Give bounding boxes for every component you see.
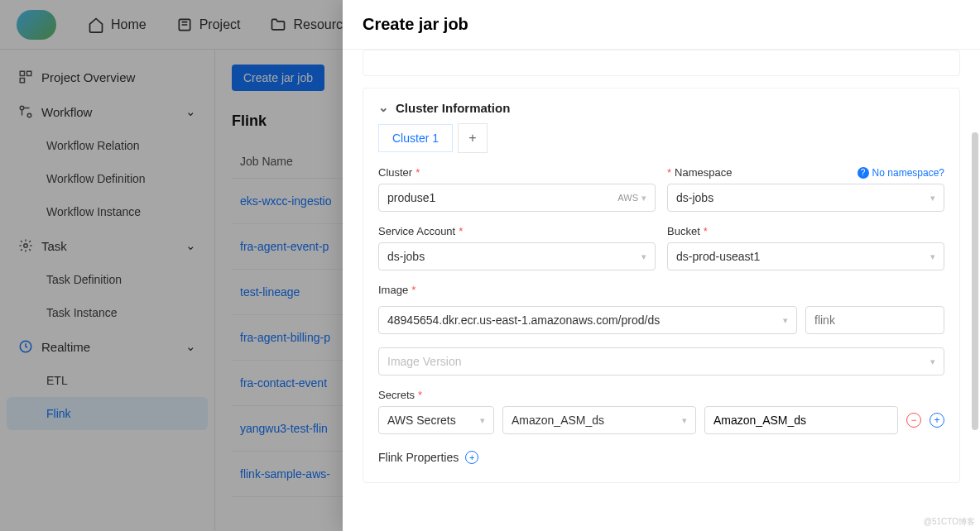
secrets-name-select[interactable]: Amazon_ASM_ds ▾ bbox=[502, 406, 696, 434]
secrets-type-select[interactable]: AWS Secrets ▾ bbox=[378, 406, 494, 434]
service-account-select[interactable]: ds-jobs ▾ bbox=[378, 242, 656, 270]
caret-icon: ▾ bbox=[480, 415, 485, 426]
secrets-field[interactable] bbox=[713, 414, 889, 427]
select-value: AWS Secrets bbox=[387, 414, 480, 427]
caret-icon: ▾ bbox=[783, 315, 788, 326]
select-value: produse1 bbox=[387, 191, 617, 204]
prev-card-bottom bbox=[363, 50, 960, 76]
flink-properties: Flink Properties + bbox=[378, 451, 944, 464]
provider-badge: AWS bbox=[617, 193, 638, 203]
image-tag-input[interactable] bbox=[805, 306, 944, 334]
create-drawer: Create jar job ⌄ Cluster Information Clu… bbox=[343, 0, 980, 531]
caret-icon: ▾ bbox=[641, 193, 646, 203]
tag-field[interactable] bbox=[814, 313, 935, 327]
tab-cluster-1[interactable]: Cluster 1 bbox=[378, 124, 453, 152]
bucket-select[interactable]: ds-prod-useast1 ▾ bbox=[667, 242, 944, 270]
drawer-title: Create jar job bbox=[343, 0, 980, 50]
select-value: Amazon_ASM_ds bbox=[512, 414, 682, 427]
caret-icon: ▾ bbox=[641, 251, 646, 262]
select-value: 48945654.dkr.ecr.us-east-1.amazonaws.com… bbox=[387, 313, 783, 327]
watermark: @51CTO博客 bbox=[924, 516, 975, 528]
namespace-label: *Namespace ? No namespace? bbox=[667, 166, 944, 179]
select-value: ds-jobs bbox=[676, 191, 930, 204]
image-version-select[interactable]: Image Version ▾ bbox=[378, 347, 944, 376]
section-title: Cluster Information bbox=[396, 101, 510, 115]
help-icon: ? bbox=[858, 167, 869, 179]
flink-props-label: Flink Properties bbox=[378, 451, 459, 464]
drawer-body: ⌄ Cluster Information Cluster 1 + Cluste… bbox=[343, 50, 980, 531]
cluster-tabs: Cluster 1 + bbox=[378, 123, 944, 153]
service-account-label: Service Account* bbox=[378, 225, 656, 237]
namespace-select[interactable]: ds-jobs ▾ bbox=[667, 184, 944, 212]
remove-secret-button[interactable]: − bbox=[906, 413, 921, 428]
cluster-panel: ⌄ Cluster Information Cluster 1 + Cluste… bbox=[363, 88, 960, 483]
bucket-label: Bucket* bbox=[667, 225, 944, 237]
select-placeholder: Image Version bbox=[387, 355, 930, 368]
secrets-label: Secrets* bbox=[378, 389, 944, 401]
select-value: ds-prod-useast1 bbox=[676, 250, 930, 263]
chevron-down-icon: ⌄ bbox=[378, 100, 389, 115]
add-property-button[interactable]: + bbox=[465, 451, 478, 464]
help-text: No namespace? bbox=[872, 167, 944, 179]
select-value: ds-jobs bbox=[387, 250, 641, 263]
add-secret-button[interactable]: + bbox=[930, 413, 944, 428]
image-select[interactable]: 48945654.dkr.ecr.us-east-1.amazonaws.com… bbox=[378, 306, 797, 334]
cluster-select[interactable]: produse1 AWS ▾ bbox=[378, 184, 656, 212]
caret-icon: ▾ bbox=[930, 356, 935, 367]
add-cluster-tab[interactable]: + bbox=[458, 123, 488, 153]
secrets-value-input[interactable] bbox=[704, 406, 898, 434]
image-label: Image* bbox=[378, 284, 944, 296]
namespace-help[interactable]: ? No namespace? bbox=[858, 167, 944, 179]
caret-icon: ▾ bbox=[930, 251, 935, 262]
caret-icon: ▾ bbox=[682, 415, 687, 426]
panel-header[interactable]: ⌄ Cluster Information bbox=[378, 100, 944, 115]
scrollbar[interactable] bbox=[972, 132, 978, 430]
cluster-label: Cluster* bbox=[378, 166, 656, 179]
caret-icon: ▾ bbox=[930, 193, 935, 203]
